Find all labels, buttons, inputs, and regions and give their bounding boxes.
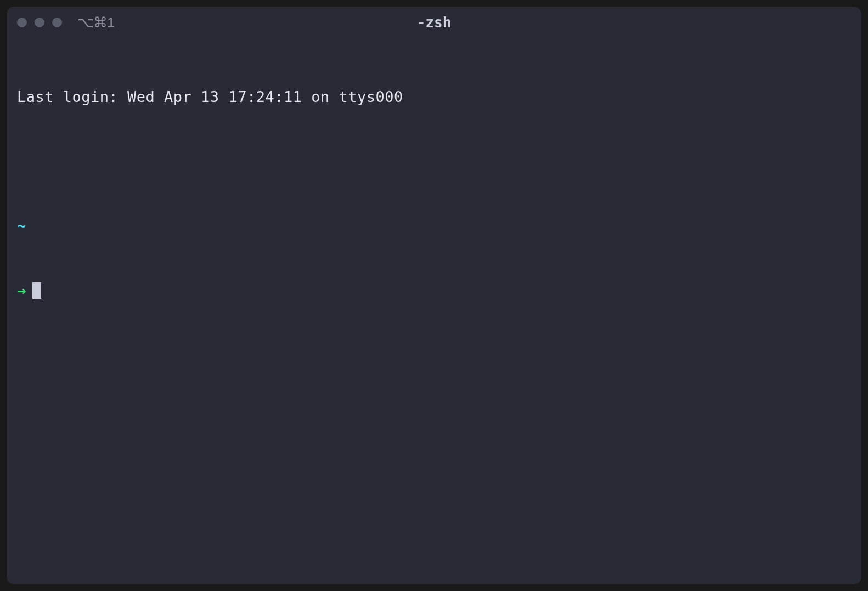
prompt-path: ~ — [17, 217, 26, 234]
cursor-icon — [32, 282, 41, 299]
prompt-path-line: ~ — [17, 215, 851, 236]
maximize-button[interactable] — [52, 18, 62, 27]
traffic-lights — [17, 18, 62, 27]
login-message: Last login: Wed Apr 13 17:24:11 on ttys0… — [17, 86, 851, 107]
terminal-body[interactable]: Last login: Wed Apr 13 17:24:11 on ttys0… — [7, 38, 861, 584]
window-titlebar[interactable]: ⌥⌘1 -zsh — [7, 7, 861, 38]
prompt-input-line: → — [17, 280, 851, 301]
close-button[interactable] — [17, 18, 27, 27]
blank-line — [17, 151, 851, 172]
window-title: -zsh — [417, 14, 452, 31]
tab-indicator: ⌥⌘1 — [77, 14, 114, 31]
minimize-button[interactable] — [35, 18, 44, 27]
terminal-window: ⌥⌘1 -zsh Last login: Wed Apr 13 17:24:11… — [7, 7, 861, 584]
prompt-arrow-icon: → — [17, 280, 26, 301]
